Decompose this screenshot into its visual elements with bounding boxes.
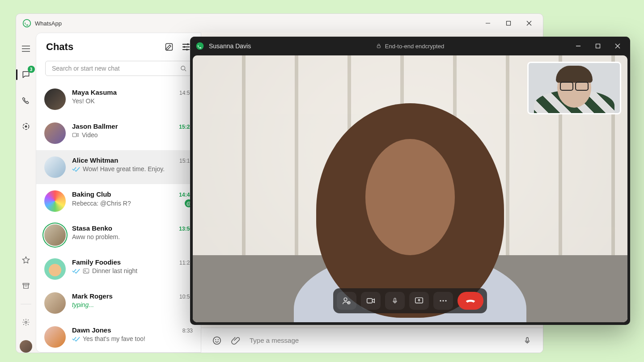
titlebar: WhatsApp	[16, 14, 543, 33]
svg-point-41	[440, 300, 441, 301]
svg-point-17	[183, 46, 185, 48]
svg-point-19	[181, 66, 185, 70]
calls-tab[interactable]	[18, 93, 34, 109]
chat-name: Baking Club	[72, 190, 111, 198]
menu-button[interactable]	[18, 41, 34, 57]
window-controls	[478, 14, 539, 32]
more-options-button[interactable]	[433, 292, 453, 310]
chat-name: Mark Rogers	[72, 292, 113, 300]
photo-icon	[83, 268, 89, 274]
chat-preview: Yes! OK	[72, 97, 193, 105]
search-box[interactable]	[45, 61, 192, 76]
voice-message-button[interactable]	[522, 336, 532, 345]
search-icon	[180, 65, 187, 72]
encryption-indicator: End-to-end endcrypted	[376, 43, 444, 50]
chats-tab[interactable]: 3	[18, 67, 34, 83]
chat-item[interactable]: Mark Rogers10:55typing...	[36, 286, 201, 320]
share-screen-button[interactable]	[409, 292, 429, 310]
svg-point-34	[344, 298, 347, 301]
message-composer	[201, 328, 543, 353]
unread-count-badge: 3	[28, 66, 35, 73]
minimize-button[interactable]	[478, 14, 498, 32]
avatar	[44, 224, 66, 246]
message-input[interactable]	[250, 337, 513, 344]
avatar	[44, 258, 66, 280]
chat-list-panel: Chats Maya Kasuma14:	[36, 33, 201, 353]
chat-item[interactable]: Jason Ballmer15:23Video	[36, 116, 201, 150]
chat-item[interactable]: Maya Kasuma14:57Yes! OK	[36, 82, 201, 116]
app-brand: WhatsApp	[20, 19, 62, 28]
avatar	[44, 122, 66, 144]
svg-line-20	[184, 69, 186, 71]
call-peer-name: Susanna Davis	[209, 42, 251, 50]
svg-rect-22	[83, 269, 89, 273]
chat-item[interactable]: Family Foodies11:25Dinner last night	[36, 252, 201, 286]
chat-preview: Aww no problem.	[72, 233, 193, 240]
svg-rect-39	[394, 298, 396, 302]
close-button[interactable]	[519, 14, 539, 32]
call-maximize-button[interactable]	[588, 38, 608, 54]
svg-rect-12	[166, 44, 173, 51]
chat-time: 8:33	[182, 328, 193, 334]
chat-name: Stasa Benko	[72, 224, 112, 232]
svg-point-9	[25, 126, 27, 128]
chat-name: Jason Ballmer	[72, 122, 118, 130]
new-chat-button[interactable]	[164, 42, 174, 52]
call-close-button[interactable]	[608, 38, 627, 54]
svg-rect-31	[596, 44, 600, 48]
chat-preview: Video	[82, 131, 193, 139]
avatar	[44, 190, 66, 212]
toggle-mic-button[interactable]	[385, 292, 405, 310]
chat-list: Maya Kasuma14:57Yes! OKJason Ballmer15:2…	[36, 82, 201, 352]
chat-item[interactable]: Alice Whitman15:16Wow! Have great time. …	[36, 150, 201, 184]
settings-button[interactable]	[18, 314, 34, 330]
chat-preview: typing...	[72, 301, 193, 308]
svg-rect-27	[526, 337, 529, 341]
lock-icon	[376, 43, 381, 49]
status-tab[interactable]	[18, 118, 34, 135]
svg-point-25	[215, 339, 216, 340]
chat-preview: Dinner last night	[92, 267, 193, 274]
chat-preview: Wow! Have great time. Enjoy.	[83, 165, 193, 173]
svg-point-26	[218, 339, 219, 340]
svg-point-18	[186, 49, 188, 51]
nav-rail: 3	[16, 33, 36, 353]
read-receipt-icon	[72, 268, 80, 274]
svg-rect-29	[377, 46, 380, 48]
maximize-button[interactable]	[498, 14, 519, 32]
svg-point-43	[445, 300, 446, 301]
svg-rect-2	[507, 21, 511, 25]
video-icon	[72, 132, 79, 138]
avatar	[44, 292, 66, 314]
chat-item[interactable]: Stasa Benko13:56Aww no problem.	[36, 218, 201, 252]
read-receipt-icon	[72, 336, 80, 341]
svg-point-24	[213, 337, 221, 344]
chat-item[interactable]: Dawn Jones8:33Yes that's my fave too!	[36, 320, 201, 352]
chat-name: Family Foodies	[72, 258, 121, 266]
call-minimize-button[interactable]	[568, 38, 588, 54]
archived-tab[interactable]	[18, 278, 34, 294]
end-call-button[interactable]	[458, 292, 483, 310]
starred-tab[interactable]	[18, 252, 34, 268]
chat-name: Alice Whitman	[72, 156, 118, 164]
attach-button[interactable]	[231, 336, 241, 345]
add-participant-button[interactable]	[337, 292, 356, 310]
search-input[interactable]	[52, 65, 180, 72]
video-call-window: Susanna Davis End-to-end endcrypted	[190, 37, 630, 325]
profile-avatar[interactable]	[20, 340, 32, 353]
filter-button[interactable]	[181, 42, 191, 52]
svg-point-16	[187, 43, 189, 45]
self-view[interactable]	[527, 62, 621, 114]
panel-header: Chats	[36, 33, 201, 57]
emoji-button[interactable]	[212, 336, 222, 345]
svg-rect-10	[23, 283, 29, 285]
toggle-camera-button[interactable]	[361, 292, 381, 310]
svg-point-0	[23, 20, 31, 27]
avatar	[44, 326, 66, 348]
call-controls	[333, 288, 487, 313]
avatar	[44, 88, 66, 110]
call-titlebar: Susanna Davis End-to-end endcrypted	[190, 37, 630, 55]
chat-item[interactable]: Baking Club14:48Rebecca: @Chris R?@	[36, 184, 201, 218]
chat-preview: Yes that's my fave too!	[83, 335, 193, 342]
panel-title: Chats	[46, 41, 73, 53]
